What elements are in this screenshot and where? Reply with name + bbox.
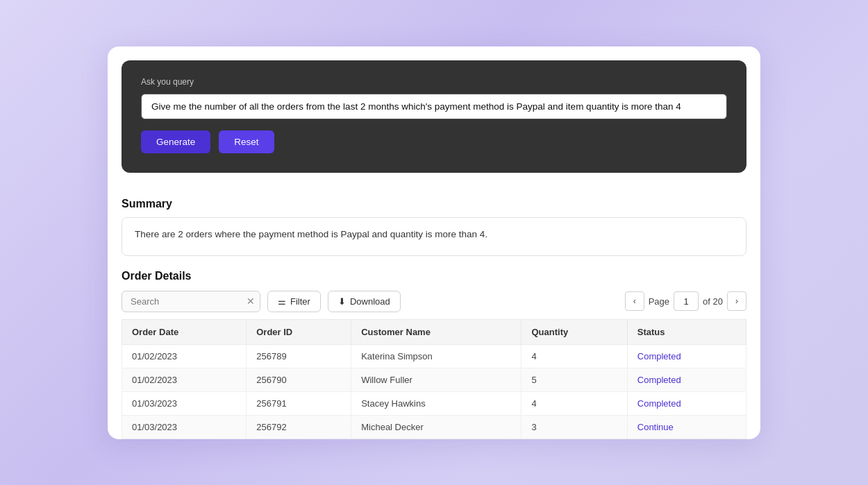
cell-order-id: 256790 — [247, 368, 351, 391]
table-header-row: Order Date Order ID Customer Name Quanti… — [122, 319, 746, 344]
col-quantity: Quantity — [521, 319, 627, 344]
pagination: ‹ Page of 20 › — [625, 291, 746, 311]
table-row: 01/03/2023 256792 Micheal Decker 3 Conti… — [122, 415, 746, 439]
col-order-date: Order Date — [122, 319, 247, 344]
orders-table: Order Date Order ID Customer Name Quanti… — [122, 319, 746, 439]
table-toolbar: ✕ ⚌ Filter ⬇ Download ‹ Page of 20 — [122, 291, 746, 312]
filter-label: Filter — [290, 296, 310, 307]
cell-customer-name: Katerina Simpson — [351, 344, 521, 368]
main-card: Ask you query Generate Reset Summary The… — [108, 46, 760, 439]
download-label: Download — [350, 296, 390, 307]
download-button[interactable]: ⬇ Download — [328, 291, 401, 312]
order-details-title: Order Details — [122, 270, 746, 282]
col-customer-name: Customer Name — [351, 319, 521, 344]
cell-quantity: 3 — [521, 415, 627, 439]
cell-status[interactable]: Completed — [627, 391, 746, 415]
generate-button[interactable]: Generate — [141, 130, 210, 153]
table-row: 01/02/2023 256789 Katerina Simpson 4 Com… — [122, 344, 746, 368]
search-clear-icon[interactable]: ✕ — [247, 296, 255, 306]
summary-title: Summary — [122, 198, 746, 210]
cell-order-id: 256792 — [247, 415, 351, 439]
cell-order-date: 01/03/2023 — [122, 415, 247, 439]
order-details-section: Order Details ✕ ⚌ Filter ⬇ Download — [122, 270, 746, 439]
status-badge[interactable]: Completed — [637, 375, 681, 385]
col-order-id: Order ID — [247, 319, 351, 344]
cell-order-id: 256791 — [247, 391, 351, 415]
next-page-button[interactable]: › — [727, 291, 746, 311]
cell-quantity: 4 — [521, 344, 627, 368]
query-input[interactable] — [141, 94, 727, 119]
query-section: Ask you query Generate Reset — [122, 60, 746, 173]
cell-order-id: 256789 — [247, 344, 351, 368]
status-badge[interactable]: Completed — [637, 351, 681, 361]
status-badge[interactable]: Completed — [637, 398, 681, 409]
cell-customer-name: Stacey Hawkins — [351, 391, 521, 415]
content-area: Summary There are 2 orders where the pay… — [108, 173, 760, 439]
query-label: Ask you query — [141, 77, 727, 87]
cell-status[interactable]: Continue — [627, 415, 746, 439]
cell-status[interactable]: Completed — [627, 344, 746, 368]
toolbar-left: ✕ ⚌ Filter ⬇ Download — [122, 291, 401, 312]
cell-order-date: 01/03/2023 — [122, 391, 247, 415]
prev-page-button[interactable]: ‹ — [625, 291, 644, 311]
col-status: Status — [627, 319, 746, 344]
search-wrapper: ✕ — [122, 291, 260, 312]
page-label: Page — [649, 296, 669, 307]
page-number-input[interactable] — [674, 291, 699, 311]
cell-customer-name: Micheal Decker — [351, 415, 521, 439]
search-input[interactable] — [122, 291, 260, 312]
cell-status[interactable]: Completed — [627, 368, 746, 391]
query-buttons: Generate Reset — [141, 130, 727, 153]
of-label: of 20 — [703, 296, 723, 307]
filter-button[interactable]: ⚌ Filter — [267, 291, 321, 312]
download-icon: ⬇ — [338, 296, 346, 307]
summary-box: There are 2 orders where the payment met… — [122, 217, 746, 256]
cell-customer-name: Willow Fuller — [351, 368, 521, 391]
status-badge[interactable]: Continue — [637, 422, 674, 432]
cell-order-date: 01/02/2023 — [122, 344, 247, 368]
table-row: 01/03/2023 256791 Stacey Hawkins 4 Compl… — [122, 391, 746, 415]
cell-quantity: 5 — [521, 368, 627, 391]
reset-button[interactable]: Reset — [219, 130, 274, 153]
cell-quantity: 4 — [521, 391, 627, 415]
table-row: 01/02/2023 256790 Willow Fuller 5 Comple… — [122, 368, 746, 391]
filter-icon: ⚌ — [278, 296, 286, 307]
cell-order-date: 01/02/2023 — [122, 368, 247, 391]
summary-text: There are 2 orders where the payment met… — [135, 229, 487, 239]
